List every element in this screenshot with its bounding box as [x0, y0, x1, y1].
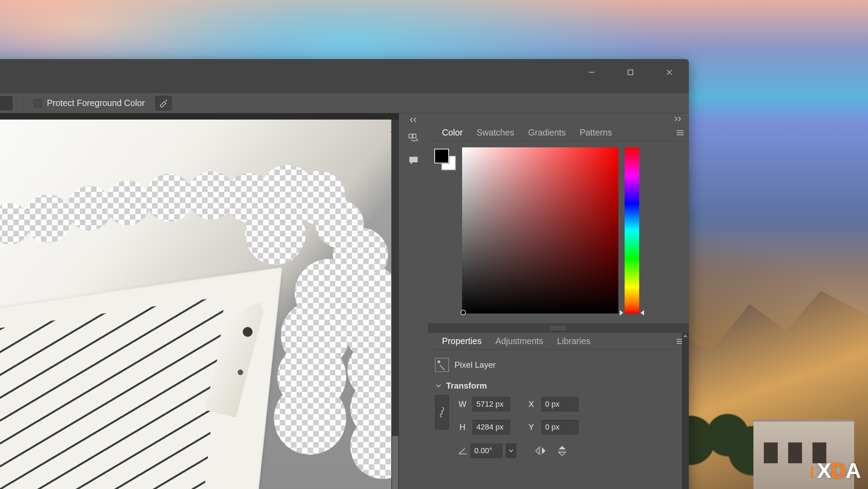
tab-swatches[interactable]: Swatches: [470, 124, 521, 141]
foreground-color-swatch[interactable]: [434, 149, 449, 163]
checkbox-box: [34, 99, 42, 107]
flip-horizontal-button[interactable]: [534, 445, 547, 456]
transform-section-header[interactable]: Transform: [435, 380, 682, 395]
chevron-down-icon: [435, 382, 442, 389]
scroll-up-arrow[interactable]: [683, 334, 687, 337]
tab-gradients[interactable]: Gradients: [521, 124, 573, 141]
options-bar: ° Protect Foreground Color Share: [0, 93, 689, 113]
x-label: X: [527, 399, 536, 409]
protect-foreground-label: Protect Foreground Color: [47, 98, 145, 108]
saturation-value-field[interactable]: [462, 147, 618, 313]
width-label: W: [458, 399, 467, 409]
window-close-button[interactable]: [650, 59, 689, 85]
properties-panel: Properties Adjustments Libraries Pixel L…: [428, 333, 689, 489]
y-label: Y: [527, 422, 536, 432]
angle-icon: [458, 447, 467, 455]
tab-properties[interactable]: Properties: [435, 333, 489, 349]
rotation-dropdown-button[interactable]: [506, 443, 516, 458]
color-panel-tabs: Color Swatches Gradients Patterns: [428, 124, 689, 141]
right-panels-column: Color Swatches Gradients Patterns: [428, 113, 689, 489]
foreground-background-swatch[interactable]: [434, 149, 456, 170]
window-minimize-button[interactable]: [572, 59, 611, 85]
canvas-vertical-scrollbar[interactable]: [391, 120, 399, 489]
tab-patterns[interactable]: Patterns: [573, 124, 619, 141]
color-panel: Color Swatches Gradients Patterns: [428, 124, 689, 323]
tab-adjustments[interactable]: Adjustments: [489, 333, 550, 349]
layer-type-label: Pixel Layer: [454, 360, 496, 370]
svg-rect-9: [409, 134, 412, 138]
scrollbar-thumb[interactable]: [392, 436, 398, 489]
history-panel-icon[interactable]: [405, 130, 422, 147]
transform-label: Transform: [446, 381, 487, 391]
tab-libraries[interactable]: Libraries: [550, 333, 598, 349]
properties-scrollbar[interactable]: [682, 333, 689, 489]
svg-rect-10: [413, 134, 416, 138]
erased-region: [0, 120, 395, 489]
flip-vertical-button[interactable]: [556, 445, 568, 456]
properties-panel-tabs: Properties Adjustments Libraries: [428, 333, 689, 350]
rotation-field[interactable]: 0.00°: [470, 443, 502, 458]
expand-panels-left-button[interactable]: [399, 115, 428, 124]
x-field[interactable]: 0 px: [541, 397, 579, 411]
window-maximize-button[interactable]: [611, 59, 650, 85]
canvas-area[interactable]: [0, 113, 399, 489]
hue-marker-left: [620, 310, 623, 316]
hue-slider[interactable]: [625, 147, 639, 313]
width-field[interactable]: 5712 px: [473, 397, 510, 411]
workspace: Color Swatches Gradients Patterns: [0, 113, 689, 489]
eraser-options-button[interactable]: [155, 96, 172, 111]
hue-marker-right: [641, 310, 644, 316]
tab-color[interactable]: Color: [435, 124, 470, 141]
document-canvas[interactable]: [0, 120, 395, 489]
xda-watermark: XDA: [817, 458, 860, 483]
collapse-panels-right-button[interactable]: [428, 113, 689, 124]
panel-separator[interactable]: [428, 323, 689, 333]
y-field[interactable]: 0 px: [541, 420, 579, 434]
svg-point-4: [166, 100, 167, 101]
layer-type-row: Pixel Layer: [435, 354, 682, 380]
svg-rect-1: [628, 70, 633, 75]
height-label: H: [458, 422, 467, 432]
height-field[interactable]: 4284 px: [473, 420, 510, 434]
divider: [23, 97, 23, 109]
link-dimensions-button[interactable]: [435, 395, 449, 430]
sv-cursor: [460, 310, 466, 315]
comments-panel-icon[interactable]: [405, 152, 422, 169]
titlebar: [0, 59, 689, 94]
color-panel-menu-icon[interactable]: [671, 124, 689, 141]
collapsed-panel-strip: [399, 113, 428, 489]
pixel-layer-icon: [435, 358, 449, 372]
photoshop-window: ° Protect Foreground Color Share: [0, 59, 689, 489]
angle-field[interactable]: °: [0, 96, 12, 110]
protect-foreground-checkbox[interactable]: Protect Foreground Color: [34, 98, 145, 108]
